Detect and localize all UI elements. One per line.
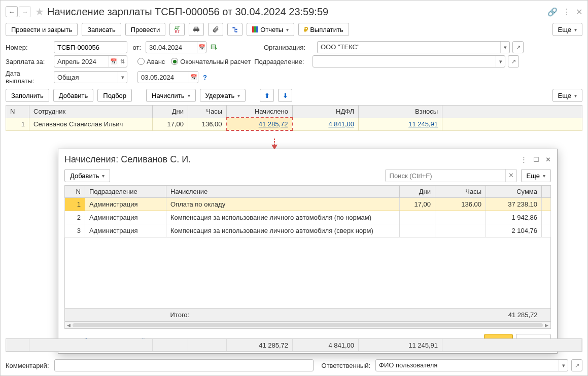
table-row[interactable]: 1 Селиванов Станислав Ильич 17,00 136,00… xyxy=(6,118,582,130)
total-sum: 41 285,72 xyxy=(486,309,542,322)
popup-add-button[interactable]: Добавить▾ xyxy=(64,169,110,182)
callout-arrow-icon xyxy=(269,139,280,150)
accrue-button[interactable]: Начислить▾ xyxy=(146,89,195,102)
scroll-left-icon[interactable]: ◀ xyxy=(67,323,71,328)
comment-label: Комментарий: xyxy=(6,362,51,369)
table-row[interactable]: 3 Администрация Компенсация за использов… xyxy=(65,224,551,237)
horizontal-scrollbar[interactable]: ◀ ▶ xyxy=(64,322,551,329)
dropdown-icon[interactable]: ▾ xyxy=(118,72,127,83)
paydate-type-input[interactable]: Общая ▾ xyxy=(54,71,127,83)
salary-for-label: Зарплата за: xyxy=(6,58,51,65)
dropdown-icon[interactable]: ▾ xyxy=(500,42,509,53)
number-label: Номер: xyxy=(6,44,51,51)
pay-button[interactable]: ₽Выплатить xyxy=(298,23,349,36)
paydate-input[interactable]: 03.05.2024 📅 xyxy=(137,71,198,83)
page-title: Начисление зарплаты ТСБП-000056 от 30.04… xyxy=(47,6,547,18)
open-dept-button[interactable]: ↗ xyxy=(508,55,519,67)
chart-icon xyxy=(252,26,258,32)
table-more-button[interactable]: Еще▾ xyxy=(552,89,582,102)
print-button[interactable] xyxy=(189,23,204,36)
scroll-right-icon[interactable]: ▶ xyxy=(545,323,548,328)
responsible-input[interactable]: ФИО пользователя ▾ xyxy=(375,359,568,371)
tree-icon xyxy=(231,26,238,33)
favorite-star-icon[interactable]: ★ xyxy=(35,6,44,18)
popup-title: Начисления: Селиванов С. И. xyxy=(64,154,521,165)
responsible-label: Ответственный: xyxy=(317,362,372,369)
move-down-button[interactable]: ⬇ xyxy=(278,89,292,102)
col-n[interactable]: N xyxy=(6,106,29,118)
popup-close-icon[interactable]: ✕ xyxy=(545,156,551,163)
col-employee[interactable]: Сотрудник xyxy=(29,106,153,118)
accrued-cell-link[interactable]: 41 285,72 xyxy=(227,118,293,130)
post-button[interactable]: Провести xyxy=(125,23,166,36)
table-row[interactable]: 2 Администрация Компенсация за использов… xyxy=(65,211,551,224)
popup-more-button[interactable]: Еще▾ xyxy=(521,169,551,182)
dept-input[interactable]: ▾ xyxy=(313,55,505,67)
total-ndfl: 4 841,00 xyxy=(293,339,359,351)
move-up-button[interactable]: ⬆ xyxy=(260,89,274,102)
comment-input[interactable] xyxy=(54,359,314,371)
col-hours[interactable]: Часы xyxy=(188,106,227,118)
schedule-icon[interactable] xyxy=(209,43,218,52)
popup-maximize-icon[interactable]: ☐ xyxy=(533,156,539,163)
attach-button[interactable] xyxy=(208,23,223,36)
stepper-icon[interactable]: ⇅ xyxy=(118,56,127,67)
open-org-button[interactable]: ↗ xyxy=(512,41,524,53)
total-contrib: 11 245,91 xyxy=(359,339,442,351)
dtkt-button[interactable]: ДтКт xyxy=(169,23,185,36)
calendar-icon[interactable]: 📅 xyxy=(109,56,118,67)
org-label: Организация: xyxy=(264,44,315,51)
dropdown-icon[interactable]: ▾ xyxy=(559,360,568,371)
open-responsible-button[interactable]: ↗ xyxy=(571,359,582,371)
salary-for-input[interactable]: Апрель 2024 📅 ⇅ xyxy=(54,55,127,67)
link-icon[interactable]: 🔗 xyxy=(547,7,558,17)
table-row[interactable]: 1 Администрация Оплата по окладу 17,00 1… xyxy=(65,198,551,211)
reports-button[interactable]: Отчеты▾ xyxy=(247,23,294,36)
total-accrued: 41 285,72 xyxy=(227,339,293,351)
dept-label: Подразделение: xyxy=(254,58,310,65)
dcol-hours[interactable]: Часы xyxy=(435,186,486,198)
dcol-days[interactable]: Дни xyxy=(400,186,435,198)
post-and-close-button[interactable]: Провести и закрыть xyxy=(6,23,78,36)
ndfl-cell-link[interactable]: 4 841,00 xyxy=(293,118,359,130)
help-icon[interactable]: ? xyxy=(203,74,207,81)
kebab-menu-icon[interactable]: ⋮ xyxy=(563,7,571,17)
col-contrib[interactable]: Взносы xyxy=(359,106,442,118)
accruals-table: N Подразделение Начисление Дни Часы Сумм… xyxy=(64,185,551,237)
org-input[interactable]: ООО "ТЕКС" ▾ xyxy=(317,41,510,53)
popup-kebab-icon[interactable]: ⋮ xyxy=(521,156,527,163)
save-button[interactable]: Записать xyxy=(82,23,121,36)
arrow-up-icon: ⬆ xyxy=(264,92,270,99)
col-ndfl[interactable]: НДФЛ xyxy=(293,106,359,118)
contrib-cell-link[interactable]: 11 245,91 xyxy=(359,118,442,130)
deduct-button[interactable]: Удержать▾ xyxy=(200,89,246,102)
dcol-accrual[interactable]: Начисление xyxy=(166,186,400,198)
clear-search-icon[interactable]: ✕ xyxy=(505,169,516,182)
add-row-button[interactable]: Добавить xyxy=(53,89,93,102)
dcol-n[interactable]: N xyxy=(65,186,85,198)
number-input[interactable] xyxy=(54,41,127,53)
close-window-icon[interactable]: ✕ xyxy=(576,7,582,17)
more-button[interactable]: Еще▾ xyxy=(552,23,582,36)
printer-icon xyxy=(193,26,200,33)
date-input[interactable]: 30.04.2024 📅 xyxy=(146,41,206,53)
paydate-label: Дата выплаты: xyxy=(6,70,51,85)
pick-button[interactable]: Подбор xyxy=(97,89,132,102)
nav-forward-button[interactable]: → xyxy=(19,6,31,17)
calendar-icon[interactable]: 📅 xyxy=(197,42,206,53)
dcol-sum[interactable]: Сумма xyxy=(486,186,542,198)
advance-radio[interactable]: Аванс xyxy=(137,58,165,65)
accruals-totals-row: Итого: 41 285,72 xyxy=(64,309,551,322)
related-docs-button[interactable] xyxy=(227,23,243,36)
dcol-dept[interactable]: Подразделение xyxy=(85,186,166,198)
calendar-icon[interactable]: 📅 xyxy=(189,72,198,83)
dropdown-icon[interactable]: ▾ xyxy=(496,56,505,67)
total-label: Итого: xyxy=(166,309,400,322)
final-radio[interactable]: Окончательный расчет xyxy=(171,58,251,65)
col-days[interactable]: Дни xyxy=(153,106,188,118)
fill-button[interactable]: Заполнить xyxy=(6,89,49,102)
ruble-icon: ₽ xyxy=(304,26,308,33)
popup-search-input[interactable]: ✕ xyxy=(385,169,517,182)
col-accrued[interactable]: Начислено xyxy=(227,106,293,118)
nav-back-button[interactable]: ← xyxy=(6,6,18,17)
